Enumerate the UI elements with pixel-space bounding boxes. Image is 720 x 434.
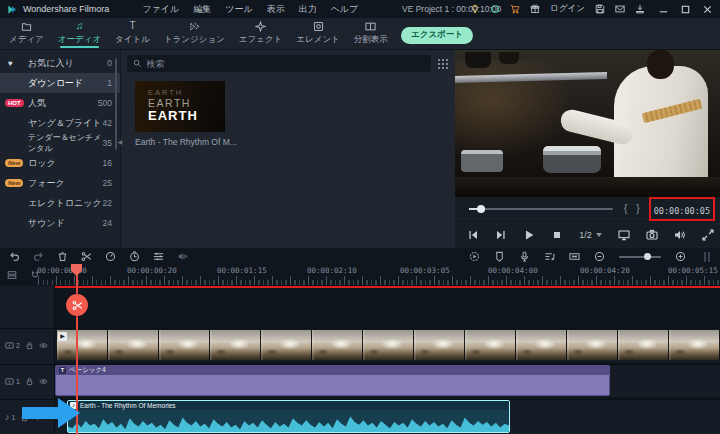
tab-elements[interactable]: エレメント [289,18,347,49]
sidebar-item-sound[interactable]: サウンド 24 [0,213,120,233]
track-number: 1 [12,414,16,421]
video-scene-shape [465,52,491,68]
redo-icon[interactable] [33,251,44,262]
fit-timeline-icon[interactable] [569,251,580,262]
menu-output[interactable]: 出力 [299,3,317,16]
detach-audio-icon[interactable] [177,251,188,262]
close-button[interactable] [702,4,713,15]
timeline-zoom-slider[interactable] [619,256,661,258]
sidebar-item-rock[interactable]: New ロック 16 [0,153,120,173]
preview-quality-dropdown[interactable]: 1/2 [579,230,602,240]
mark-out-button[interactable]: } [633,204,642,214]
sidebar-item-folk[interactable]: New フォーク 25 [0,173,120,193]
export-button[interactable]: エクスポート [401,27,473,44]
ruler-corner [7,270,40,280]
undo-icon[interactable] [9,251,20,262]
search-box[interactable] [127,55,431,72]
download-icon[interactable] [635,4,645,14]
minimize-button[interactable] [658,4,669,15]
eye-visibility-icon[interactable] [39,341,48,350]
cart-icon[interactable] [510,4,520,14]
thumb-text: EARTH [148,109,225,124]
track-manage-icon[interactable] [7,270,17,280]
tab-label: エフェクト [239,34,283,46]
playhead-split-button[interactable] [66,294,88,316]
video-scene-shape [499,52,519,64]
sidebar-collapse-arrow[interactable]: ◀ [117,138,122,145]
stop-button[interactable] [551,229,563,241]
sidebar-item-download[interactable]: ダウンロード 1 [0,73,120,93]
menu-tools[interactable]: ツール [225,3,252,16]
zoom-in-icon[interactable] [675,251,686,262]
tab-label: トランジション [164,34,225,46]
duration-clock-icon[interactable] [129,251,140,262]
tab-transitions[interactable]: トランジション [157,18,232,49]
seek-handle[interactable] [477,205,485,213]
text-clip[interactable]: T ベーシック4 [55,365,610,396]
mail-feedback-icon[interactable] [615,4,625,14]
title-t-icon: T [129,21,135,32]
mark-in-button[interactable]: { [621,204,630,214]
lock-icon[interactable] [25,341,34,350]
marker-icon[interactable] [494,251,505,262]
video-clip[interactable]: ▶ [56,330,720,360]
timeline-toolbar-right [469,251,714,262]
audio-category-sidebar: ♥ お気に入り 0 ダウンロード 1 HOT 人気 500 ヤング＆ブライト 4… [0,50,120,248]
track-number: 1 [16,378,20,385]
sidebar-item-label: お気に入り [28,57,74,70]
audio-note-icon: ♫ [76,21,84,32]
timeline-ruler[interactable]: 00:00:00:00 00:00:00:20 00:00:01:15 00:0… [0,263,720,286]
video-track-icon [5,341,14,350]
asset-tabbar: メディア ♫ オーディオ T タイトル トランジション エフェクト エレメント [0,18,720,50]
menu-view[interactable]: 表示 [267,3,285,16]
menu-file[interactable]: ファイル [142,3,179,16]
split-scissors-icon[interactable] [81,251,92,262]
audio-asset-thumbnail[interactable]: EARTH EARTH EARTH [135,81,225,132]
save-icon[interactable] [595,4,605,14]
tab-label: エレメント [296,34,340,46]
delete-icon[interactable] [57,251,68,262]
speed-icon[interactable] [105,251,116,262]
play-button[interactable] [523,229,535,241]
previous-frame-button[interactable] [467,229,479,241]
sidebar-scrollbar[interactable] [115,58,118,150]
render-preview-icon[interactable] [469,251,480,262]
login-button[interactable]: ログイン [550,3,585,15]
search-input[interactable] [147,59,425,69]
snapshot-camera-icon[interactable] [646,229,658,241]
sidebar-item-favorites[interactable]: ♥ お気に入り 0 [0,53,120,73]
gift-icon[interactable] [530,4,540,14]
sidebar-item-tender-sentimental[interactable]: テンダー＆センチメンタル 35 [0,133,120,153]
tab-effects[interactable]: エフェクト [232,18,290,49]
next-frame-button[interactable] [495,229,507,241]
tab-split-view[interactable]: 分割表示 [347,18,395,49]
record-voiceover-mic-icon[interactable] [519,251,530,262]
volume-icon[interactable] [674,229,686,241]
maximize-button[interactable] [680,4,691,15]
adjust-sliders-icon[interactable] [153,251,164,262]
audio-clip[interactable]: ♪ Earth - The Rhythm Of Memories [67,400,510,433]
sidebar-item-young-bright[interactable]: ヤング＆ブライト 42 [0,113,120,133]
menubar: ファイル 編集 ツール 表示 出力 ヘルプ [142,3,358,16]
tab-audio[interactable]: ♫ オーディオ [51,18,108,49]
ruler-ticks [38,276,720,285]
eye-visibility-icon[interactable] [39,377,48,386]
audio-mixer-icon[interactable] [544,251,555,262]
grid-view-icon[interactable] [437,58,449,70]
audio-asset-item[interactable]: EARTH EARTH EARTH Earth - The Rhythm Of … [135,81,225,147]
tab-titles[interactable]: T タイトル [108,18,157,49]
menu-help[interactable]: ヘルプ [331,3,359,16]
timeline-scroll-grip[interactable] [704,252,706,262]
library-header [127,55,449,72]
menu-edit[interactable]: 編集 [193,3,211,16]
fullscreen-icon[interactable] [702,229,714,241]
tab-media[interactable]: メディア [2,18,51,49]
sidebar-item-popular[interactable]: HOT 人気 500 [0,93,120,113]
zoom-out-icon[interactable] [594,251,605,262]
zoom-slider-handle[interactable] [644,253,651,260]
seek-bar[interactable] [469,208,613,210]
text-clip-label: ベーシック4 [69,366,106,375]
lock-icon[interactable] [25,377,34,386]
display-device-icon[interactable] [618,229,630,241]
sidebar-item-electronic[interactable]: エレクトロニック 22 [0,193,120,213]
